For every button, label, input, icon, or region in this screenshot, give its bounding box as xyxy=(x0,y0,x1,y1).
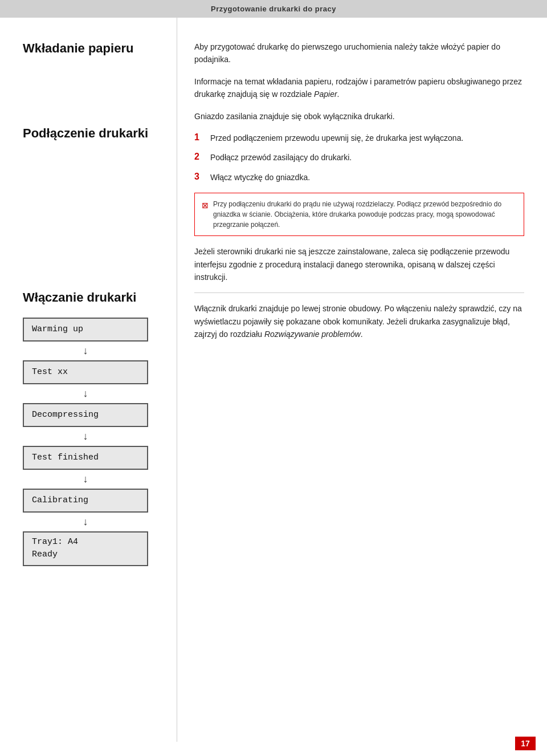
arrow-4: ↓ xyxy=(23,470,148,489)
numbered-steps: 1 Przed podłączeniem przewodu upewnij si… xyxy=(194,132,524,184)
divider xyxy=(194,292,524,293)
step-3-number: 3 xyxy=(194,172,205,182)
step-2: 2 Podłącz przewód zasilający do drukarki… xyxy=(194,151,524,164)
lcd-sequence: Warming up ↓ Test xx ↓ Decompressing ↓ T… xyxy=(23,318,160,566)
para-2: Informacje na temat wkładania papieru, r… xyxy=(194,75,524,101)
para-4: Jeżeli sterowniki drukarki nie są jeszcz… xyxy=(194,245,524,283)
right-column: Aby przygotować drukarkę do pierwszego u… xyxy=(177,18,547,742)
arrow-5: ↓ xyxy=(23,513,148,531)
header-title: Przygotowanie drukarki do pracy xyxy=(211,5,336,13)
step-3: 3 Włącz wtyczkę do gniazdka. xyxy=(194,171,524,184)
arrow-3: ↓ xyxy=(23,427,148,446)
heading-wkladanie: Wkładanie papieru xyxy=(23,40,160,57)
para-5-suffix: . xyxy=(361,330,363,339)
step-2-number: 2 xyxy=(194,152,205,162)
para-1: Aby przygotować drukarkę do pierwszego u… xyxy=(194,40,524,66)
warning-text: Przy podłączeniu drukarki do prądu nie u… xyxy=(213,199,517,230)
lcd-box-5: Calibrating xyxy=(23,489,148,513)
para-2-italic: Papier xyxy=(314,90,337,99)
page-number: 17 xyxy=(515,737,536,750)
lcd-box-1: Warming up xyxy=(23,318,148,342)
arrow-1: ↓ xyxy=(23,342,148,360)
step-1-text: Przed podłączeniem przewodu upewnij się,… xyxy=(210,132,463,144)
left-column: Wkładanie papieru Podłączenie drukarki W… xyxy=(0,18,177,742)
step-3-text: Włącz wtyczkę do gniazdka. xyxy=(210,171,310,184)
warning-icon: ⊠ xyxy=(202,200,209,230)
para-3: Gniazdo zasilania znajduje się obok wyłą… xyxy=(194,110,524,123)
para-2-suffix: . xyxy=(337,90,340,99)
warning-box: ⊠ Przy podłączeniu drukarki do prądu nie… xyxy=(194,193,524,236)
page-layout: Wkładanie papieru Podłączenie drukarki W… xyxy=(0,18,547,742)
lcd-box-2: Test xx xyxy=(23,360,148,384)
lcd-box-3: Decompressing xyxy=(23,403,148,427)
lcd-box-6: Tray1: A4 Ready xyxy=(23,531,148,566)
para-5-italic: Rozwiązywanie problemów xyxy=(264,330,361,339)
para-5: Włącznik drukarki znajduje po lewej stro… xyxy=(194,302,524,340)
step-2-text: Podłącz przewód zasilający do drukarki. xyxy=(210,151,352,164)
arrow-2: ↓ xyxy=(23,384,148,403)
lcd-box-4: Test finished xyxy=(23,446,148,470)
page-footer: 17 xyxy=(0,731,547,756)
step-1: 1 Przed podłączeniem przewodu upewnij si… xyxy=(194,132,524,144)
step-1-number: 1 xyxy=(194,132,205,143)
heading-podlaczenie: Podłączenie drukarki xyxy=(23,125,160,142)
heading-wlaczanie: Włączanie drukarki xyxy=(23,290,160,306)
page-header: Przygotowanie drukarki do pracy xyxy=(0,0,547,18)
para-2-text: Informacje na temat wkładania papieru, r… xyxy=(194,77,522,99)
